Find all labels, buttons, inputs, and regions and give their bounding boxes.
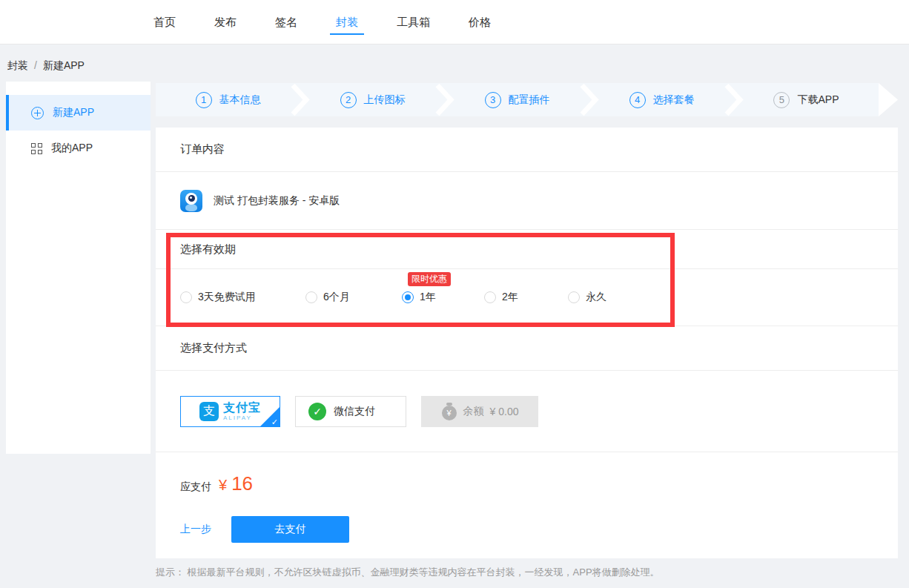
validity-options: 限时优惠 3天免费试用 6个月 1年 2年 — [156, 269, 898, 326]
app-logo-icon — [180, 190, 202, 212]
radio-checked-icon[interactable] — [402, 291, 414, 303]
nav-item-signature[interactable]: 签名 — [275, 0, 297, 44]
sidebar-item-label: 我的APP — [51, 142, 93, 155]
radio-label: 1年 — [420, 291, 436, 304]
step-label: 下载APP — [797, 93, 839, 107]
payment-method-alipay[interactable]: 支 支付宝 ALIPAY ✓ — [180, 396, 280, 427]
breadcrumb-current: 新建APP — [43, 59, 85, 71]
footer-tip: 提示： 根据最新平台规则，不允许区块链虚拟币、金融理财类等违规内容在平台封装，一… — [156, 566, 660, 579]
step-end-arrow-icon — [879, 83, 898, 116]
breadcrumb-parent[interactable]: 封装 — [7, 59, 28, 71]
main-nav: 首页 发布 签名 封装 工具箱 价格 — [153, 0, 529, 44]
radio-label: 3天免费试用 — [198, 291, 256, 304]
step-choose-plan[interactable]: 4 选择套餐 — [589, 83, 734, 116]
step-label: 选择套餐 — [653, 93, 695, 107]
validity-option-forever[interactable]: 永久 — [568, 291, 606, 304]
radio-label: 6个月 — [323, 291, 350, 304]
nav-item-toolbox[interactable]: 工具箱 — [397, 0, 430, 44]
step-number: 3 — [485, 92, 501, 108]
payable-currency: ¥ — [219, 477, 227, 494]
radio-label: 永久 — [586, 291, 606, 304]
sidebar-item-new-app[interactable]: 新建APP — [6, 95, 151, 131]
radio-label: 2年 — [502, 291, 518, 304]
step-number: 2 — [340, 92, 357, 108]
step-basic-info[interactable]: 1 基本信息 — [156, 83, 300, 116]
check-icon: ✓ — [271, 418, 278, 426]
radio-icon[interactable] — [180, 291, 192, 303]
sidebar-item-my-apps[interactable]: 我的APP — [6, 131, 151, 166]
nav-item-publish[interactable]: 发布 — [214, 0, 237, 44]
step-upload-icon[interactable]: 2 上传图标 — [300, 83, 445, 116]
app-title: 测试 打包封装服务 - 安卓版 — [214, 194, 340, 208]
alipay-brand-label: 支付宝 — [223, 402, 261, 414]
step-number: 5 — [773, 92, 790, 108]
alipay-logo-icon: 支 — [199, 402, 219, 421]
breadcrumb: 封装/新建APP — [7, 59, 85, 73]
step-number: 1 — [196, 92, 212, 108]
payment-summary: 应支付 ¥ 16 上一步 去支付 — [156, 452, 898, 543]
step-download-app[interactable]: 5 下载APP — [734, 83, 879, 116]
validity-option-trial[interactable]: 3天免费试用 — [180, 291, 305, 304]
wechat-pay-icon: ✓ — [308, 403, 326, 420]
nav-item-price[interactable]: 价格 — [469, 0, 491, 44]
main-content: 1 基本信息 2 上传图标 3 配置插件 4 选择套餐 5 下载APP — [156, 83, 898, 116]
step-number: 4 — [629, 92, 646, 108]
grid-icon — [31, 143, 42, 154]
payment-section-title: 选择支付方式 — [156, 326, 898, 371]
money-bag-icon: ¥ — [441, 402, 457, 421]
balance-label: 余额 — [463, 405, 484, 418]
step-label: 上传图标 — [364, 93, 406, 107]
validity-section-title: 选择有效期 — [156, 230, 898, 269]
validity-option-1-year[interactable]: 1年 — [402, 291, 484, 304]
plus-circle-icon — [31, 107, 44, 119]
payable-label: 应支付 — [180, 480, 211, 494]
validity-option-2-years[interactable]: 2年 — [484, 291, 568, 304]
payment-method-wechat[interactable]: ✓ 微信支付 — [295, 396, 406, 427]
balance-amount: ¥ 0.00 — [490, 406, 519, 417]
radio-icon[interactable] — [305, 291, 317, 303]
previous-step-link[interactable]: 上一步 — [180, 523, 211, 536]
sidebar: 新建APP 我的APP — [6, 82, 151, 454]
radio-icon[interactable] — [484, 291, 496, 303]
order-app-row: 测试 打包封装服务 - 安卓版 — [156, 172, 898, 230]
order-panel: 订单内容 测试 打包封装服务 - 安卓版 选择有效期 限时优惠 3天免费试用 6… — [156, 128, 898, 558]
promo-badge: 限时优惠 — [408, 272, 451, 286]
go-to-pay-button[interactable]: 去支付 — [231, 516, 349, 543]
alipay-brand-sub-label: ALIPAY — [223, 415, 261, 421]
step-label: 配置插件 — [509, 93, 550, 107]
validity-option-6-months[interactable]: 6个月 — [305, 291, 402, 304]
payment-methods: 支 支付宝 ALIPAY ✓ ✓ 微信支付 ¥ 余额 ¥ 0.00 — [156, 371, 898, 452]
step-wizard: 1 基本信息 2 上传图标 3 配置插件 4 选择套餐 5 下载APP — [156, 83, 898, 116]
app-packaging-page: 首页 发布 签名 封装 工具箱 价格 封装/新建APP 新建APP 我的APP … — [0, 0, 909, 588]
order-section-title: 订单内容 — [156, 128, 898, 172]
wechat-pay-label: 微信支付 — [334, 405, 375, 418]
step-configure-plugins[interactable]: 3 配置插件 — [445, 83, 589, 116]
top-navbar: 首页 发布 签名 封装 工具箱 价格 — [0, 0, 909, 44]
payment-method-balance[interactable]: ¥ 余额 ¥ 0.00 — [421, 396, 538, 427]
nav-item-home[interactable]: 首页 — [153, 0, 176, 44]
radio-icon[interactable] — [568, 291, 580, 303]
nav-item-package[interactable]: 封装 — [336, 0, 358, 44]
payable-amount: 16 — [231, 472, 253, 495]
breadcrumb-separator: / — [34, 59, 37, 71]
step-label: 基本信息 — [219, 93, 261, 107]
sidebar-item-label: 新建APP — [53, 106, 94, 119]
